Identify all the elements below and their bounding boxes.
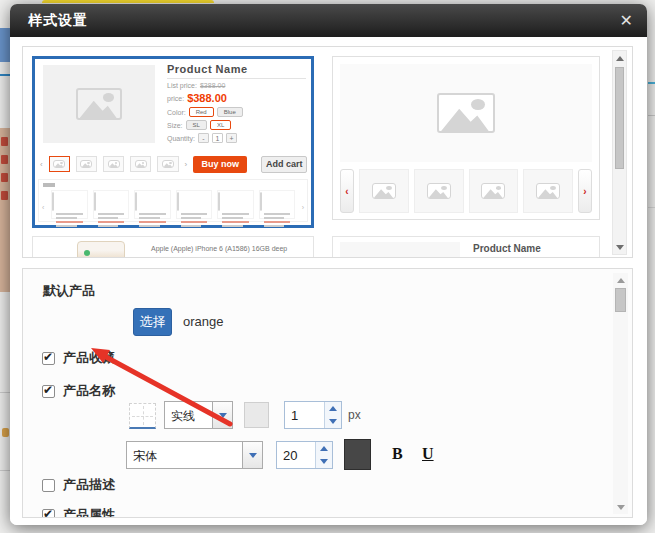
font-size-stepper[interactable] (276, 441, 333, 469)
product-image-placeholder (340, 64, 592, 162)
related-product-card (217, 190, 254, 219)
selected-product-value: orange (183, 314, 223, 329)
background-divider (0, 470, 10, 471)
color-label: Color: (167, 109, 186, 116)
image-placeholder-icon (437, 93, 495, 133)
font-family-value: 宋体 (127, 442, 242, 468)
scrollbar-thumb[interactable] (615, 67, 624, 169)
underline-button[interactable]: U (422, 445, 434, 463)
related-prev-icon: ‹ (42, 204, 44, 211)
checkbox-label: 产品描述 (63, 476, 115, 494)
template-option-partial-right[interactable]: Product Name List price: $388.00 (332, 236, 600, 258)
thumbnail (103, 156, 124, 172)
product-title: Apple (Apple) iPhone 6 (A1586) 16GB deep (151, 245, 287, 252)
thumbnail-strip: ‹ › Buy now Add cart (40, 153, 307, 175)
thumbnail (130, 156, 151, 172)
template-option-selected[interactable]: Product Name List price: $388.00 price: … (32, 56, 314, 228)
chevron-down-icon[interactable] (242, 442, 262, 468)
thumbnail-selected (49, 156, 70, 172)
related-product-card (176, 190, 213, 219)
background-banner-edge (0, 128, 10, 292)
border-width-input[interactable] (285, 402, 324, 428)
font-family-dropdown[interactable]: 宋体 (126, 441, 263, 469)
background-right-blue-line (648, 82, 655, 84)
product-name: Product Name (167, 63, 306, 79)
checkbox-product-name[interactable] (42, 385, 55, 398)
option-row-description: 产品描述 (42, 476, 115, 494)
buy-now-button: Buy now (193, 156, 247, 173)
related-product-card (134, 190, 171, 219)
checkbox-product-attributes[interactable] (42, 509, 55, 519)
product-image-placeholder (43, 65, 155, 143)
scroll-down-icon[interactable] (613, 240, 626, 254)
option-row-favorite: 产品收藏 (42, 349, 115, 367)
close-icon[interactable]: ✕ (620, 13, 633, 29)
carousel-prev-button: ‹ (340, 169, 354, 213)
quantity-label: Quantity: (167, 135, 195, 142)
price-label: price: (167, 95, 184, 102)
chevron-down-icon[interactable] (212, 402, 232, 428)
thumbnail (523, 169, 573, 213)
page: { "window": { "title": "样式设置", "close_ic… (0, 0, 655, 533)
background-left-blue-line (0, 74, 10, 76)
thumbnail (157, 156, 178, 172)
checkbox-label: 产品收藏 (63, 349, 115, 367)
thumb-next-icon: › (185, 160, 188, 169)
thumbnail (359, 169, 409, 213)
scroll-up-icon[interactable] (613, 273, 628, 287)
default-product-label: 默认产品 (43, 282, 95, 300)
thumbnail (469, 169, 519, 213)
option-row-attributes: 产品属性 (42, 506, 115, 518)
thumb-prev-icon: ‹ (40, 160, 43, 169)
bold-button[interactable]: B (392, 445, 403, 463)
related-products-strip: ‹ › (38, 179, 308, 222)
stepper-down-icon[interactable] (325, 415, 341, 428)
product-name: Product Name (473, 243, 585, 258)
product-image-placeholder (340, 242, 460, 258)
checkbox-label: 产品属性 (63, 506, 115, 518)
dialog-body: Product Name List price: $388.00 price: … (10, 37, 647, 525)
checkbox-product-description[interactable] (42, 479, 55, 492)
list-price-value: $388.00 (200, 82, 225, 89)
border-style-dropdown[interactable]: 实线 (164, 401, 233, 429)
carousel-next-button: › (578, 169, 592, 213)
quantity-plus-button: + (226, 133, 237, 143)
checkbox-label: 产品名称 (63, 382, 115, 400)
template-option-partial-left[interactable]: Apple (Apple) iPhone 6 (A1586) 16GB deep (32, 236, 314, 258)
iphone-product-image (77, 241, 125, 258)
stepper-up-icon[interactable] (325, 402, 341, 415)
gallery-scrollbar[interactable] (612, 50, 627, 255)
border-color-swatch[interactable] (244, 402, 269, 428)
size-option-xl: XL (210, 120, 231, 130)
add-cart-button: Add cart (261, 156, 307, 173)
background-divider (648, 115, 655, 116)
checkbox-product-favorite[interactable] (42, 352, 55, 365)
related-products-label (43, 183, 55, 187)
background-divider (648, 207, 655, 208)
style-settings-dialog: 样式设置 ✕ Product Name List price: $388.00 … (10, 4, 647, 525)
size-option-sl: SL (186, 120, 207, 130)
border-width-stepper[interactable] (284, 401, 342, 429)
form-scrollbar[interactable] (613, 273, 628, 514)
quantity-minus-button: - (198, 133, 209, 143)
size-label: Size: (167, 122, 183, 129)
template-gallery-panel: Product Name List price: $388.00 price: … (22, 46, 633, 258)
product-info: Product Name List price: $388.00 price: … (167, 63, 306, 143)
related-product-card (93, 190, 130, 219)
template-option-gallery[interactable]: ‹ › (332, 56, 600, 220)
related-product-card (51, 190, 88, 219)
related-product-card (259, 190, 296, 219)
settings-form-panel: 默认产品 选择 orange 产品收藏 产品名称 实线 (22, 268, 633, 518)
scrollbar-thumb[interactable] (615, 288, 626, 312)
stepper-up-icon[interactable] (316, 442, 332, 455)
related-next-icon: › (302, 204, 304, 211)
select-product-button[interactable]: 选择 (133, 308, 172, 336)
stepper-down-icon[interactable] (316, 455, 332, 468)
font-size-input[interactable] (277, 442, 315, 468)
border-side-picker[interactable] (129, 403, 156, 429)
scroll-up-icon[interactable] (613, 51, 626, 65)
scroll-down-icon[interactable] (613, 500, 628, 514)
dialog-title: 样式设置 (10, 12, 88, 30)
thumbnail (76, 156, 97, 172)
font-color-swatch[interactable] (344, 439, 371, 470)
